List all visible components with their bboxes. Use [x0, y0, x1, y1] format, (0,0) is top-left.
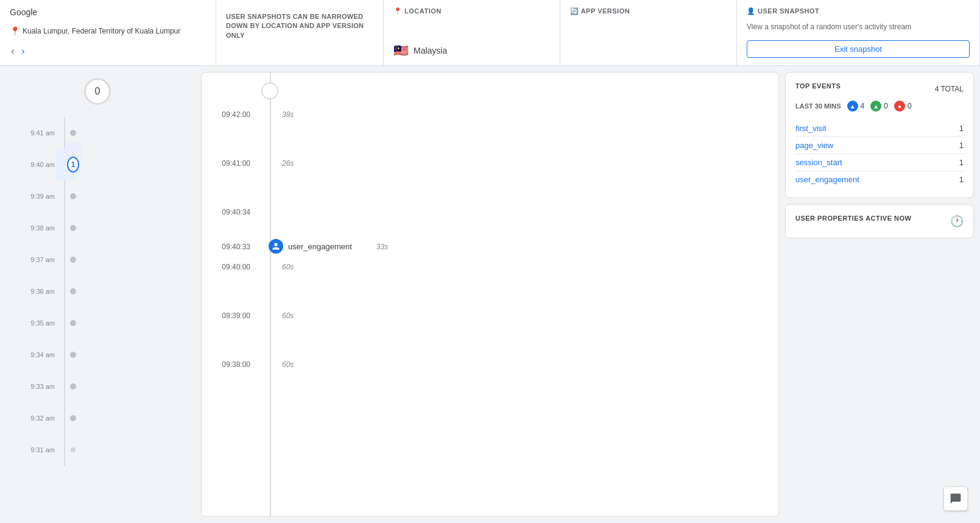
timeline-dot-area: [67, 257, 79, 263]
stream-content: 09:42:00 38s 09:41:00 26s 09:40:34: [202, 73, 778, 516]
user-snapshot-section: 👤 USER SNAPSHOT View a snapshot of a ran…: [737, 0, 980, 65]
timeline-row: 9:38 am: [12, 212, 183, 244]
time-label: 9:39 am: [12, 193, 55, 200]
chat-button[interactable]: [943, 486, 968, 511]
badge-group-green: ▲ 0: [870, 101, 888, 112]
timeline-row: 9:34 am: [12, 339, 183, 371]
badge-blue-icon: ▲: [847, 101, 858, 112]
app-version-label: 🔄 APP VERSION: [570, 7, 727, 15]
event-page-view-count: 1: [959, 141, 964, 150]
timeline-top-counter: 0: [84, 78, 111, 105]
time-label: 9:33 am: [12, 383, 55, 390]
timeline-dot: [70, 415, 76, 421]
timeline-dot-area: [67, 447, 79, 452]
timeline-row: 9:33 am: [12, 371, 183, 402]
google-section: Google 📍 Kuala Lumpur, Federal Territory…: [0, 0, 216, 65]
event-time: 09:40:00: [214, 262, 269, 271]
event-duration: 38s: [270, 109, 319, 119]
exit-snapshot-button[interactable]: Exit snapshot: [747, 40, 970, 58]
timeline-dot-area: [67, 288, 79, 294]
time-label: 9:37 am: [12, 256, 55, 263]
location-row: 📍 Kuala Lumpur, Federal Territory of Kua…: [10, 26, 206, 36]
timeline-dot: [70, 352, 76, 358]
history-icon[interactable]: 🕐: [950, 215, 964, 228]
event-time: 09:40:33: [214, 241, 269, 251]
event-time: 09:41:00: [214, 158, 269, 168]
timeline-row: 9:36 am: [12, 276, 183, 307]
center-stream: 09:42:00 38s 09:41:00 26s 09:40:34: [201, 72, 779, 517]
top-events-title: TOP EVENTS: [795, 82, 841, 90]
stream-event-row: 09:41:00 26s: [214, 158, 778, 207]
timeline-row: 9:37 am: [12, 244, 183, 276]
event-session-start-count: 1: [959, 158, 964, 167]
timeline-dot-area: [67, 320, 79, 326]
timeline-dot: [70, 193, 76, 199]
event-session-start-link[interactable]: session_start: [795, 158, 842, 167]
location-pin-icon2: 📍: [393, 7, 403, 15]
timeline-row: 9:35 am: [12, 307, 183, 339]
location-label: 📍 LOCATION: [393, 7, 550, 15]
event-duration: 60s: [270, 262, 319, 271]
stream-vertical-line: [270, 73, 271, 516]
time-label: 9:36 am: [12, 288, 55, 295]
event-first-visit-count: 1: [959, 124, 964, 133]
badge-red-count: 0: [908, 102, 912, 110]
timeline-dot: [70, 288, 76, 294]
google-title: Google: [10, 7, 206, 17]
event-time: 09:40:34: [214, 207, 269, 216]
next-arrow-button[interactable]: ›: [20, 44, 26, 58]
user-properties-header: USER PROPERTIES ACTIVE NOW 🕐: [795, 215, 964, 228]
time-label: 9:34 am: [12, 351, 55, 358]
event-icon: [269, 239, 283, 254]
time-label: 9:32 am: [12, 414, 55, 422]
timeline-dot-area: [67, 415, 79, 421]
refresh-icon: 🔄: [570, 7, 579, 15]
left-timeline: 0 9:41 am 9:40 am 1: [0, 66, 195, 523]
google-location: Kuala Lumpur, Federal Territory of Kuala…: [23, 27, 180, 35]
event-page-view-link[interactable]: page_view: [795, 141, 833, 150]
timeline-dot-active: 1: [67, 157, 79, 173]
stream-event-row: 09:42:00 38s: [214, 109, 778, 158]
user-properties-title: USER PROPERTIES ACTIVE NOW: [795, 215, 911, 222]
timeline-row: 9:31 am: [12, 434, 183, 466]
main-content: 0 9:41 am 9:40 am 1: [0, 66, 980, 523]
timeline-row: 9:41 am: [12, 117, 183, 149]
user-snapshot-description: View a snapshot of a random user's activ…: [747, 23, 970, 31]
timeline-dot: [71, 447, 76, 452]
time-label: 9:31 am: [12, 446, 55, 454]
timeline-dot: [70, 320, 76, 326]
right-panel: TOP EVENTS 4 TOTAL LAST 30 MINS ▲ 4 ▲ 0 …: [785, 66, 980, 523]
timeline-dot: [70, 130, 76, 136]
person-icon: [272, 242, 280, 251]
timeline-dot-area: [67, 383, 79, 390]
badge-green-icon: ▲: [870, 101, 881, 112]
event-duration: 60s: [270, 310, 319, 320]
badge-red-icon: ●: [894, 101, 905, 112]
timeline-dot-area-active: 1: [67, 157, 79, 173]
event-first-visit-link[interactable]: first_visit: [795, 124, 827, 133]
time-label-active: 9:40 am: [12, 161, 55, 168]
event-user-engagement-link[interactable]: user_engagement: [795, 175, 859, 184]
malaysia-flag-icon: 🇲🇾: [393, 43, 409, 58]
country-name: Malaysia: [414, 46, 447, 55]
snapshot-note-text: USER SNAPSHOTS CAN BE NARROWED DOWN BY L…: [226, 7, 373, 40]
event-time: 09:42:00: [214, 109, 269, 119]
timeline-dot-area: [67, 225, 79, 231]
nav-arrows: ‹ ›: [10, 44, 206, 58]
last-30-mins-label: LAST 30 MINS: [795, 102, 841, 110]
timeline-dot-area: [67, 130, 79, 136]
time-label: 9:41 am: [12, 129, 55, 137]
timeline-dot: [70, 257, 76, 263]
stream-events-container: 09:42:00 38s 09:41:00 26s 09:40:34: [202, 73, 778, 408]
stream-event-row: 09:38:00 60s: [214, 359, 778, 408]
event-duration: 33s: [364, 241, 413, 251]
flag-row: 🇲🇾 Malaysia: [393, 43, 550, 58]
timeline-row: 9:39 am: [12, 180, 183, 212]
event-user-engagement-count: 1: [959, 175, 964, 184]
prev-arrow-button[interactable]: ‹: [10, 44, 15, 58]
timeline-dot: [70, 383, 76, 390]
event-duration: 60s: [270, 359, 319, 369]
timeline-row-active: 9:40 am 1: [12, 149, 183, 180]
badge-blue-count: 4: [861, 102, 865, 110]
user-icon: 👤: [747, 7, 756, 15]
